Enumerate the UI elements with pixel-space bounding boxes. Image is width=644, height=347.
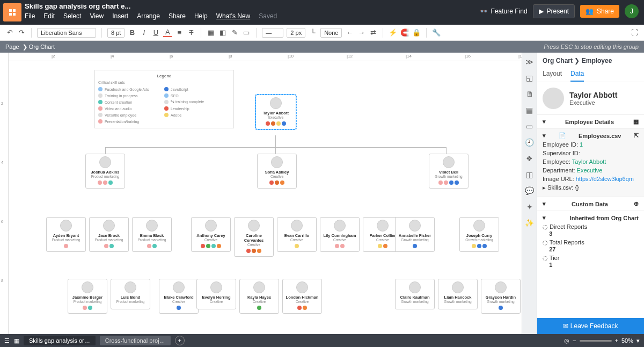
zoom-in-button[interactable]: +: [615, 337, 618, 344]
menu-file[interactable]: File: [25, 12, 35, 20]
rail-page-icon[interactable]: 🗎: [525, 89, 535, 99]
avatar: [270, 97, 282, 109]
org-node[interactable]: Emma BlackProduct marketing: [132, 217, 172, 252]
align-button[interactable]: ≡: [175, 28, 184, 37]
doc-title[interactable]: Skills gap analysis org chart e...: [25, 2, 474, 10]
org-node[interactable]: Violet BellGrowth marketing: [429, 154, 469, 189]
line-width-select[interactable]: 2 px: [287, 28, 305, 38]
line-corner-button[interactable]: └: [309, 28, 317, 37]
rail-data-icon[interactable]: ◫: [525, 170, 535, 179]
add-tab-button[interactable]: +: [175, 336, 185, 345]
undo-button[interactable]: ↶: [5, 28, 14, 37]
org-node[interactable]: Jasmine BergerProduct marketing: [68, 279, 107, 314]
doc-tab-1[interactable]: Skills gap analysis or…: [24, 336, 96, 345]
bold-button[interactable]: B: [128, 28, 136, 37]
zoom-out-button[interactable]: −: [573, 337, 576, 344]
menu-select[interactable]: Select: [63, 12, 81, 20]
arrow-style-select[interactable]: None: [320, 28, 342, 38]
org-node[interactable]: Jace BrockProduct marketing: [89, 217, 129, 252]
arrow-left-button[interactable]: ←: [345, 28, 354, 37]
font-size-select[interactable]: 8 pt: [107, 28, 125, 38]
view-list-icon[interactable]: ☰: [4, 337, 10, 344]
menu-insert[interactable]: Insert: [112, 12, 128, 20]
menu-arrange[interactable]: Arrange: [137, 12, 160, 20]
org-node[interactable]: Evan CarrilloCreative: [277, 217, 317, 252]
rail-comment-icon[interactable]: 💬: [525, 186, 535, 196]
font-select[interactable]: Liberation Sans: [37, 28, 96, 38]
action-button[interactable]: ⚡: [389, 28, 397, 37]
lock-button[interactable]: 🔒: [412, 28, 421, 37]
org-node[interactable]: Anthony CareyCreative: [191, 217, 231, 252]
redo-button[interactable]: ↷: [17, 28, 26, 37]
swap-arrows-button[interactable]: ⇄: [369, 28, 377, 37]
app-logo[interactable]: [3, 3, 21, 21]
csv-icon: 📄: [559, 132, 566, 139]
menu-edit[interactable]: Edit: [43, 12, 55, 20]
arrow-right-button[interactable]: →: [357, 28, 365, 37]
crumb-orgchart[interactable]: Org Chart: [29, 44, 55, 50]
rail-expand-icon[interactable]: ≫: [525, 57, 535, 67]
add-icon[interactable]: ⊕: [634, 200, 639, 207]
menu-share[interactable]: Share: [169, 12, 186, 20]
clear-format-button[interactable]: T: [187, 28, 195, 37]
people-icon: 👥: [586, 8, 594, 15]
rail-present-icon[interactable]: ▭: [525, 121, 535, 131]
canvas[interactable]: Legend Critical skill sets Facebook and …: [9, 61, 522, 334]
font-color-button[interactable]: A: [163, 28, 172, 37]
feature-find[interactable]: 👓Feature Find: [480, 8, 528, 15]
right-rail: ≫ ◱ 🗎 ▤ ▭ 🕘 ❖ ◫ 💬 ✦ ✨: [522, 53, 537, 334]
rail-layers-icon[interactable]: ❖: [525, 154, 535, 163]
feedback-button[interactable]: ✉ Leave Feedback: [537, 318, 644, 334]
rail-history-icon[interactable]: 🕘: [525, 138, 535, 147]
ruler-horizontal: |2|4|6|8|10|12|14|16|18: [9, 53, 522, 61]
tab-data[interactable]: Data: [570, 67, 584, 82]
rail-shapes-icon[interactable]: ✦: [525, 202, 535, 212]
org-node[interactable]: Joseph CurryGrowth marketing: [459, 217, 499, 252]
doc-tab-2[interactable]: Cross-functional proj…: [100, 336, 171, 345]
legend: Legend Critical skill sets Facebook and …: [94, 70, 234, 128]
rail-slides-icon[interactable]: ▤: [525, 105, 535, 115]
present-button[interactable]: ▶Present: [533, 4, 575, 18]
org-node[interactable]: Evelyn HerringCreative: [196, 279, 236, 309]
line-style-select[interactable]: ―: [262, 28, 283, 38]
fullscreen-button[interactable]: ⛶: [630, 28, 639, 37]
tab-layout[interactable]: Layout: [543, 67, 562, 82]
menu-help[interactable]: Help: [194, 12, 208, 20]
org-node[interactable]: London HickmanCreative: [282, 279, 322, 314]
border-button[interactable]: ◧: [218, 28, 227, 37]
zoom-slider[interactable]: [580, 340, 612, 342]
menu-whatsnew[interactable]: What's New: [216, 12, 251, 20]
rail-crop-icon[interactable]: ◱: [525, 73, 535, 83]
org-node[interactable]: Blake CrawfordCreative: [159, 279, 199, 314]
shape-style-button[interactable]: ▭: [242, 28, 251, 37]
org-node[interactable]: Ayden BryantProduct marketing: [46, 217, 86, 252]
org-node[interactable]: Grayson HardinGrowth marketing: [481, 279, 521, 314]
magnet-button[interactable]: 🧲: [400, 28, 409, 37]
share-button[interactable]: 👥Share: [580, 5, 619, 18]
org-node[interactable]: Liam HancockGrowth marketing: [438, 279, 478, 309]
node-root[interactable]: Taylor Abbott Executive: [255, 95, 296, 129]
user-avatar[interactable]: J: [625, 4, 639, 18]
zoom-value[interactable]: 50%: [621, 337, 633, 344]
grid-icon[interactable]: ▦: [633, 118, 639, 125]
org-node[interactable]: Annabelle FisherGrowth marketing: [395, 217, 435, 252]
panel-avatar: [543, 88, 564, 109]
org-node[interactable]: Caroline CervantesCreative: [234, 217, 274, 257]
underline-button[interactable]: U: [151, 28, 160, 37]
italic-button[interactable]: I: [140, 28, 148, 37]
org-node[interactable]: Sofia AshleyCreative: [257, 154, 297, 189]
org-node[interactable]: Luis BondProduct marketing: [111, 279, 150, 309]
rail-magic-icon[interactable]: ✨: [525, 218, 535, 228]
popout-icon[interactable]: ⇱: [634, 132, 639, 139]
fill-button[interactable]: ▦: [207, 28, 215, 37]
org-node[interactable]: Kayla HayesCreative: [239, 279, 279, 314]
line-color-button[interactable]: ✎: [230, 28, 239, 37]
wrench-button[interactable]: 🔧: [432, 28, 441, 37]
org-node[interactable]: Joshua AdkinsProduct marketing: [85, 154, 125, 189]
org-node[interactable]: Claire KaufmanGrowth marketing: [395, 279, 435, 309]
org-node[interactable]: Lily CunninghamCreative: [320, 217, 360, 252]
zoom-target-icon[interactable]: ◎: [564, 337, 569, 344]
view-grid-icon[interactable]: ▦: [14, 337, 19, 344]
crumb-page[interactable]: Page: [5, 44, 19, 50]
menu-view[interactable]: View: [90, 12, 104, 20]
